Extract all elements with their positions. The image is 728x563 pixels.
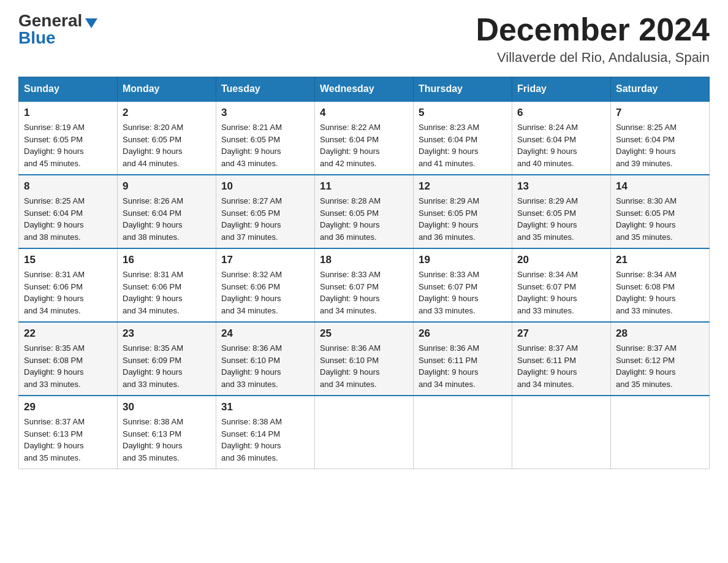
logo-general-text: General (18, 12, 97, 29)
calendar-cell: 7Sunrise: 8:25 AMSunset: 6:04 PMDaylight… (611, 101, 710, 175)
title-block: December 2024 Villaverde del Rio, Andalu… (476, 12, 710, 66)
calendar-week-row: 29Sunrise: 8:37 AMSunset: 6:13 PMDayligh… (19, 396, 710, 469)
calendar-cell: 1Sunrise: 8:19 AMSunset: 6:05 PMDaylight… (19, 101, 118, 175)
calendar-cell: 10Sunrise: 8:27 AMSunset: 6:05 PMDayligh… (216, 175, 315, 248)
day-info: Sunrise: 8:38 AMSunset: 6:13 PMDaylight:… (123, 416, 211, 464)
day-info: Sunrise: 8:37 AMSunset: 6:12 PMDaylight:… (616, 342, 704, 390)
day-header-tuesday: Tuesday (216, 77, 315, 102)
day-header-sunday: Sunday (19, 77, 118, 102)
calendar-cell: 15Sunrise: 8:31 AMSunset: 6:06 PMDayligh… (19, 248, 118, 322)
day-info: Sunrise: 8:31 AMSunset: 6:06 PMDaylight:… (24, 269, 112, 316)
calendar-cell: 19Sunrise: 8:33 AMSunset: 6:07 PMDayligh… (414, 248, 512, 322)
calendar-week-row: 15Sunrise: 8:31 AMSunset: 6:06 PMDayligh… (19, 248, 710, 322)
day-info: Sunrise: 8:37 AMSunset: 6:13 PMDaylight:… (24, 416, 112, 464)
calendar-cell: 29Sunrise: 8:37 AMSunset: 6:13 PMDayligh… (19, 396, 118, 469)
day-number: 15 (24, 254, 112, 266)
day-info: Sunrise: 8:37 AMSunset: 6:11 PMDaylight:… (517, 342, 605, 390)
day-info: Sunrise: 8:26 AMSunset: 6:04 PMDaylight:… (123, 195, 211, 243)
calendar-header-row: SundayMondayTuesdayWednesdayThursdayFrid… (19, 77, 710, 102)
day-number: 2 (123, 107, 211, 119)
calendar-cell: 11Sunrise: 8:28 AMSunset: 6:05 PMDayligh… (315, 175, 414, 248)
day-number: 17 (221, 254, 309, 266)
day-info: Sunrise: 8:24 AMSunset: 6:04 PMDaylight:… (517, 121, 605, 169)
day-info: Sunrise: 8:20 AMSunset: 6:05 PMDaylight:… (123, 121, 211, 169)
calendar-cell: 18Sunrise: 8:33 AMSunset: 6:07 PMDayligh… (315, 248, 414, 322)
day-info: Sunrise: 8:25 AMSunset: 6:04 PMDaylight:… (24, 195, 112, 243)
day-info: Sunrise: 8:28 AMSunset: 6:05 PMDaylight:… (320, 195, 408, 243)
day-number: 16 (123, 254, 211, 266)
calendar-cell: 20Sunrise: 8:34 AMSunset: 6:07 PMDayligh… (512, 248, 611, 322)
day-info: Sunrise: 8:30 AMSunset: 6:05 PMDaylight:… (616, 195, 704, 243)
calendar-cell: 9Sunrise: 8:26 AMSunset: 6:04 PMDaylight… (118, 175, 216, 248)
calendar-cell: 14Sunrise: 8:30 AMSunset: 6:05 PMDayligh… (611, 175, 710, 248)
logo-blue-text: Blue (18, 29, 56, 47)
day-number: 5 (419, 107, 507, 119)
day-number: 29 (24, 401, 112, 413)
day-number: 14 (616, 180, 704, 193)
calendar-cell: 28Sunrise: 8:37 AMSunset: 6:12 PMDayligh… (611, 322, 710, 396)
calendar-week-row: 22Sunrise: 8:35 AMSunset: 6:08 PMDayligh… (19, 322, 710, 396)
day-header-thursday: Thursday (414, 77, 512, 102)
calendar-cell (611, 396, 710, 469)
calendar-cell: 17Sunrise: 8:32 AMSunset: 6:06 PMDayligh… (216, 248, 315, 322)
day-info: Sunrise: 8:21 AMSunset: 6:05 PMDaylight:… (221, 121, 309, 169)
month-title: December 2024 (476, 12, 710, 47)
day-number: 8 (24, 180, 112, 193)
day-info: Sunrise: 8:32 AMSunset: 6:06 PMDaylight:… (221, 269, 309, 316)
day-number: 27 (517, 327, 605, 340)
day-number: 28 (616, 327, 704, 340)
day-number: 7 (616, 107, 704, 119)
calendar-cell: 6Sunrise: 8:24 AMSunset: 6:04 PMDaylight… (512, 101, 611, 175)
day-number: 20 (517, 254, 605, 266)
day-number: 23 (123, 327, 211, 340)
day-number: 10 (221, 180, 309, 193)
day-number: 25 (320, 327, 408, 340)
day-number: 30 (123, 401, 211, 413)
calendar-cell: 25Sunrise: 8:36 AMSunset: 6:10 PMDayligh… (315, 322, 414, 396)
day-info: Sunrise: 8:29 AMSunset: 6:05 PMDaylight:… (517, 195, 605, 243)
day-number: 19 (419, 254, 507, 266)
day-info: Sunrise: 8:35 AMSunset: 6:09 PMDaylight:… (123, 342, 211, 390)
day-number: 6 (517, 107, 605, 119)
day-info: Sunrise: 8:35 AMSunset: 6:08 PMDaylight:… (24, 342, 112, 390)
day-info: Sunrise: 8:34 AMSunset: 6:08 PMDaylight:… (616, 269, 704, 316)
day-info: Sunrise: 8:29 AMSunset: 6:05 PMDaylight:… (419, 195, 507, 243)
day-header-monday: Monday (118, 77, 216, 102)
day-info: Sunrise: 8:36 AMSunset: 6:10 PMDaylight:… (221, 342, 309, 390)
calendar-cell: 13Sunrise: 8:29 AMSunset: 6:05 PMDayligh… (512, 175, 611, 248)
day-info: Sunrise: 8:23 AMSunset: 6:04 PMDaylight:… (419, 121, 507, 169)
calendar-week-row: 1Sunrise: 8:19 AMSunset: 6:05 PMDaylight… (19, 101, 710, 175)
day-number: 21 (616, 254, 704, 266)
calendar-cell: 23Sunrise: 8:35 AMSunset: 6:09 PMDayligh… (118, 322, 216, 396)
calendar-cell (512, 396, 611, 469)
calendar-cell: 5Sunrise: 8:23 AMSunset: 6:04 PMDaylight… (414, 101, 512, 175)
day-info: Sunrise: 8:38 AMSunset: 6:14 PMDaylight:… (221, 416, 309, 464)
day-number: 13 (517, 180, 605, 193)
day-info: Sunrise: 8:36 AMSunset: 6:11 PMDaylight:… (419, 342, 507, 390)
day-number: 26 (419, 327, 507, 340)
calendar-cell: 21Sunrise: 8:34 AMSunset: 6:08 PMDayligh… (611, 248, 710, 322)
calendar-cell (315, 396, 414, 469)
day-info: Sunrise: 8:31 AMSunset: 6:06 PMDaylight:… (123, 269, 211, 316)
calendar-cell: 2Sunrise: 8:20 AMSunset: 6:05 PMDaylight… (118, 101, 216, 175)
day-info: Sunrise: 8:19 AMSunset: 6:05 PMDaylight:… (24, 121, 112, 169)
day-header-friday: Friday (512, 77, 611, 102)
calendar-cell: 26Sunrise: 8:36 AMSunset: 6:11 PMDayligh… (414, 322, 512, 396)
calendar-cell: 27Sunrise: 8:37 AMSunset: 6:11 PMDayligh… (512, 322, 611, 396)
logo: General Blue (18, 12, 97, 47)
calendar-cell: 24Sunrise: 8:36 AMSunset: 6:10 PMDayligh… (216, 322, 315, 396)
day-info: Sunrise: 8:36 AMSunset: 6:10 PMDaylight:… (320, 342, 408, 390)
calendar-cell: 30Sunrise: 8:38 AMSunset: 6:13 PMDayligh… (118, 396, 216, 469)
page-header: General Blue December 2024 Villaverde de… (18, 12, 710, 66)
calendar-cell: 16Sunrise: 8:31 AMSunset: 6:06 PMDayligh… (118, 248, 216, 322)
day-info: Sunrise: 8:33 AMSunset: 6:07 PMDaylight:… (320, 269, 408, 316)
day-header-saturday: Saturday (611, 77, 710, 102)
day-number: 9 (123, 180, 211, 193)
day-number: 18 (320, 254, 408, 266)
day-info: Sunrise: 8:33 AMSunset: 6:07 PMDaylight:… (419, 269, 507, 316)
calendar-cell (414, 396, 512, 469)
day-number: 1 (24, 107, 112, 119)
day-number: 31 (221, 401, 309, 413)
location-title: Villaverde del Rio, Andalusia, Spain (476, 50, 710, 66)
day-number: 3 (221, 107, 309, 119)
